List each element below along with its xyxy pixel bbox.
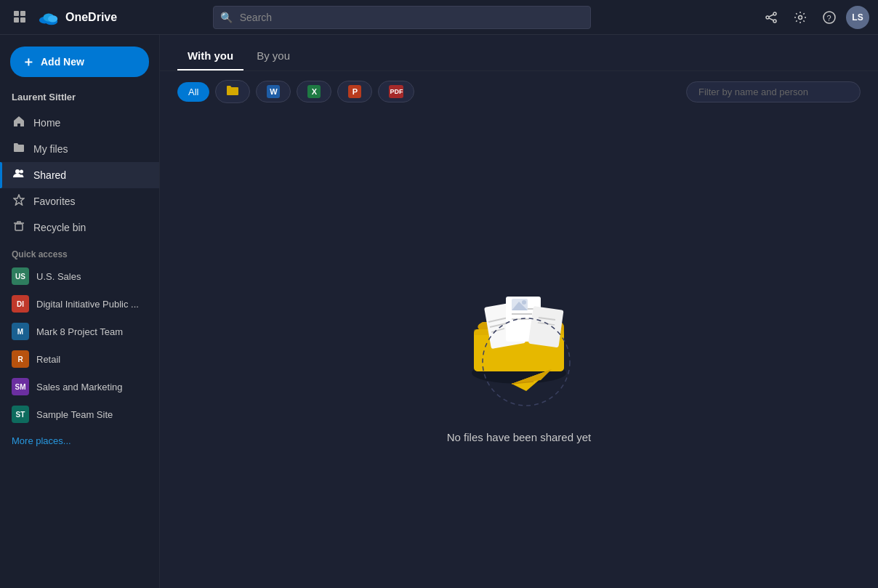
filter-excel[interactable]: X (297, 81, 331, 102)
ppt-filter-icon: P (348, 85, 361, 98)
sidebar-item-us-sales[interactable]: US U.S. Sales (0, 262, 159, 290)
svg-rect-2 (14, 17, 19, 23)
user-name: Laurent Sittler (0, 89, 159, 110)
content-header: With you By you (160, 35, 878, 71)
sidebar-item-my-files[interactable]: My files (0, 136, 159, 162)
retail-icon: R (12, 350, 29, 368)
recycle-bin-icon (12, 220, 26, 235)
digital-initiative-icon: DI (12, 295, 29, 313)
sidebar-item-retail[interactable]: R Retail (0, 345, 159, 373)
avatar[interactable]: LS (846, 6, 869, 29)
svg-point-10 (766, 16, 769, 19)
svg-rect-19 (15, 224, 23, 230)
search-input[interactable] (213, 6, 591, 29)
folder-icon (12, 142, 26, 156)
filter-bar: All W X P (160, 71, 878, 112)
grid-icon[interactable] (9, 6, 32, 29)
sidebar-item-shared[interactable]: Shared (0, 162, 159, 188)
content-area: With you By you All W (160, 35, 878, 588)
sidebar-item-digital-initiative[interactable]: DI Digital Initiative Public ... (0, 290, 159, 318)
sales-marketing-icon: SM (12, 378, 29, 395)
search-icon: 🔍 (220, 12, 233, 23)
sidebar-item-recycle-bin[interactable]: Recycle bin (0, 214, 159, 241)
folder-filter-icon (226, 84, 239, 99)
filter-pdf[interactable]: PDF (378, 81, 414, 102)
filter-word[interactable]: W (256, 81, 291, 102)
svg-text:?: ? (826, 13, 831, 22)
tab-by-you[interactable]: By you (246, 44, 300, 71)
svg-rect-1 (20, 11, 25, 16)
quick-access-title: Quick access (0, 241, 159, 262)
svg-point-8 (773, 12, 776, 15)
filter-all[interactable]: All (177, 82, 209, 102)
svg-line-11 (769, 15, 773, 17)
filter-search-input[interactable] (686, 81, 861, 102)
us-sales-icon: US (12, 267, 29, 285)
word-filter-icon: W (267, 85, 280, 98)
search-bar: 🔍 (213, 6, 591, 29)
svg-rect-3 (20, 17, 25, 23)
more-places-link[interactable]: More places... (0, 428, 159, 454)
sidebar-item-home[interactable]: Home (0, 110, 159, 136)
svg-line-12 (769, 17, 773, 20)
excel-filter-icon: X (307, 85, 321, 98)
plus-icon: ＋ (22, 53, 35, 71)
brand-logo[interactable]: OneDrive (38, 7, 117, 28)
star-icon (12, 194, 26, 209)
sidebar: ＋ Add New Laurent Sittler Home My files (0, 35, 160, 588)
sidebar-item-sales-marketing[interactable]: SM Sales and Marketing (0, 373, 159, 400)
mark-project-icon: M (12, 323, 29, 340)
sidebar-item-favorites[interactable]: Favorites (0, 188, 159, 214)
svg-marker-18 (14, 195, 24, 205)
home-icon (12, 116, 26, 130)
svg-point-17 (20, 170, 23, 174)
help-button[interactable]: ? (817, 5, 842, 30)
filter-powerpoint[interactable]: P (337, 81, 372, 102)
sidebar-item-mark-project-team[interactable]: M Mark 8 Project Team (0, 318, 159, 345)
svg-point-16 (15, 169, 20, 174)
svg-point-34 (522, 300, 526, 305)
empty-state-text: No files have been shared yet (447, 431, 591, 443)
brand-name: OneDrive (65, 11, 117, 24)
share-feedback-button[interactable] (759, 5, 784, 30)
sample-team-icon: ST (12, 406, 29, 423)
shared-icon (12, 168, 26, 182)
main-layout: ＋ Add New Laurent Sittler Home My files (0, 35, 878, 588)
svg-point-9 (773, 20, 776, 23)
svg-rect-0 (14, 11, 19, 16)
pdf-filter-icon: PDF (389, 85, 403, 98)
add-new-button[interactable]: ＋ Add New (10, 47, 149, 77)
nav-right: ? LS (759, 5, 869, 30)
tab-with-you[interactable]: With you (177, 44, 243, 71)
empty-illustration (439, 257, 599, 416)
sidebar-item-sample-team-site[interactable]: ST Sample Team Site (0, 400, 159, 428)
top-nav: OneDrive 🔍 ? LS (0, 0, 878, 35)
settings-button[interactable] (788, 5, 813, 30)
empty-state: No files have been shared yet (160, 112, 878, 588)
filter-folder[interactable] (215, 80, 250, 103)
svg-rect-35 (528, 306, 564, 347)
svg-point-7 (48, 15, 57, 22)
svg-point-13 (798, 15, 802, 19)
